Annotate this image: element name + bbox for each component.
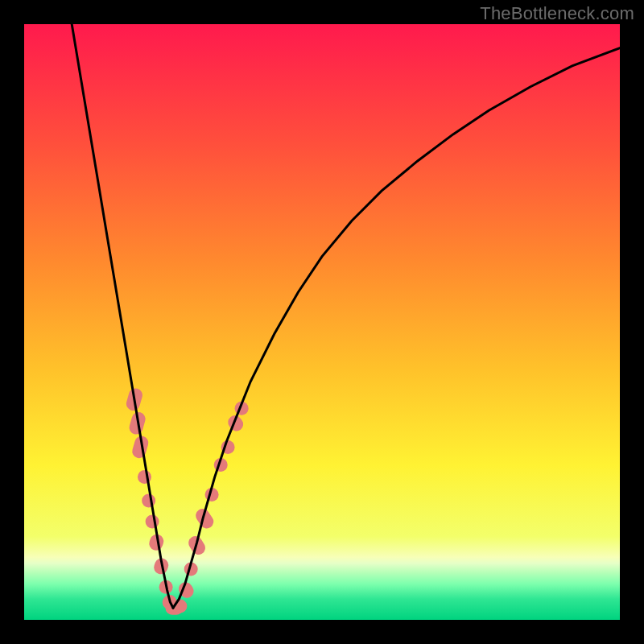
curve-right-branch	[173, 48, 620, 609]
chart-frame: TheBottleneck.com	[0, 0, 644, 644]
data-marker-dot	[142, 494, 155, 508]
plot-area	[24, 24, 620, 620]
watermark-text: TheBottleneck.com	[480, 3, 634, 24]
data-marker-dot	[146, 514, 159, 528]
curve-layer	[24, 24, 620, 620]
